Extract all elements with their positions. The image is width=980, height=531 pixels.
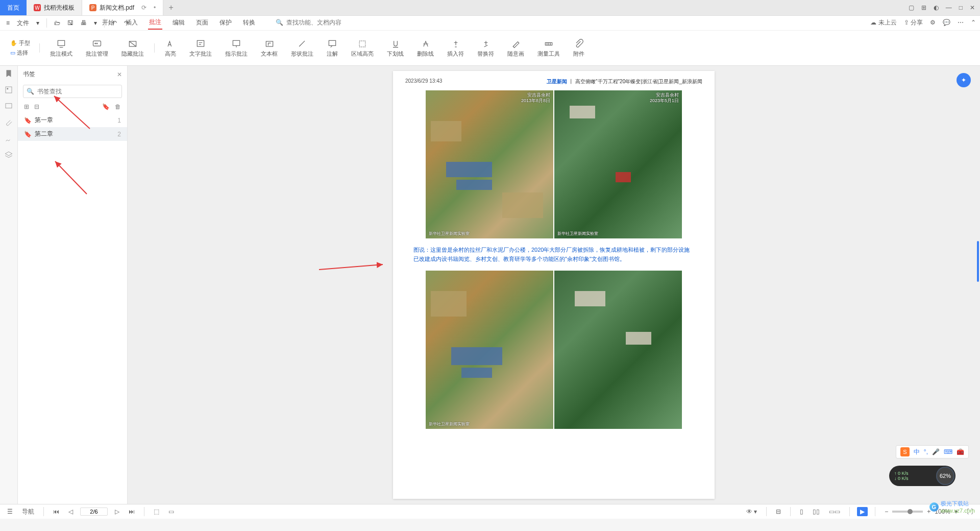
- last-page-button[interactable]: ⏭: [127, 508, 137, 515]
- attachments-tab-icon[interactable]: [4, 118, 13, 127]
- ribbon-tab-start[interactable]: 开始: [101, 16, 115, 29]
- tool-measure[interactable]: 测量工具: [532, 38, 565, 59]
- tool-insert-mark[interactable]: 插入符: [442, 38, 469, 59]
- document-viewer[interactable]: 2023/6/29 13:43 卫星新闻 丨 高空俯瞰"千万工程"20年蝶变|浙…: [128, 66, 980, 504]
- prev-page-button[interactable]: ◁: [66, 508, 75, 515]
- collapse-ribbon-icon[interactable]: ⌃: [971, 19, 976, 26]
- grid-icon[interactable]: ⊞: [921, 4, 926, 11]
- open-icon[interactable]: 🗁: [52, 18, 62, 28]
- reflow-icon[interactable]: ⊟: [774, 508, 783, 515]
- ime-punct-icon[interactable]: °,: [924, 448, 928, 455]
- nav-label[interactable]: 导航: [20, 508, 36, 516]
- ribbon-tab-insert[interactable]: 插入: [125, 16, 139, 29]
- tab-home[interactable]: 首页: [0, 0, 27, 15]
- tab-templates[interactable]: W找稻壳模板: [27, 0, 82, 15]
- ribbon-search-input[interactable]: [285, 18, 359, 27]
- network-widget[interactable]: ↑ 0 K/s ↓ 0 K/s 62%: [889, 466, 955, 486]
- tool-replace-mark[interactable]: 替换符: [472, 38, 499, 59]
- tool-highlight[interactable]: 高亮: [160, 38, 181, 59]
- ime-toolbar[interactable]: S 中 °, 🎤 ⌨ 🧰: [896, 445, 969, 458]
- new-tab-button[interactable]: +: [163, 3, 179, 12]
- first-page-button[interactable]: ⏮: [51, 508, 61, 515]
- save-icon[interactable]: 🖫: [65, 18, 76, 28]
- bookmark-panel: 书签✕ 🔍 ⊞ ⊟ 🔖 🗑 🔖第一章1 🔖第二章2: [18, 66, 128, 504]
- next-page-button[interactable]: ▷: [113, 508, 121, 515]
- close-window-button[interactable]: ✕: [970, 4, 975, 11]
- expand-all-icon[interactable]: ⊞: [24, 103, 29, 110]
- tool-shape-annotation[interactable]: 形状批注: [286, 38, 318, 59]
- single-page-icon[interactable]: ▯: [798, 508, 805, 515]
- bookmark-search[interactable]: 🔍: [23, 85, 122, 98]
- tool-area-highlight[interactable]: 区域高亮: [346, 38, 379, 59]
- outline-toggle-icon[interactable]: ☰: [5, 508, 15, 515]
- cloud-status[interactable]: ☁ 未上云: [870, 18, 896, 27]
- svg-rect-1: [93, 41, 101, 46]
- continuous-page-icon[interactable]: ▯▯: [811, 508, 822, 515]
- tool-comment[interactable]: 注解: [322, 38, 343, 59]
- satellite-image-before: 安吉县余村2013年8月8日 新华社卫星新闻实验室: [426, 90, 553, 238]
- play-icon[interactable]: ▶: [857, 507, 868, 516]
- tool-hide-annotations[interactable]: 隐藏批注: [116, 38, 149, 59]
- select-mode[interactable]: ▭ 选择: [10, 49, 28, 57]
- ime-keyboard-icon[interactable]: ⌨: [944, 448, 952, 455]
- ime-voice-icon[interactable]: 🎤: [932, 448, 940, 455]
- collapse-all-icon[interactable]: ⊟: [34, 103, 39, 110]
- ribbon-tab-protect[interactable]: 保护: [218, 16, 233, 29]
- file-menu-dropdown-icon[interactable]: ▾: [34, 18, 41, 28]
- ribbon-tab-edit[interactable]: 编辑: [172, 16, 186, 29]
- svg-rect-9: [359, 41, 365, 47]
- ribbon-tab-convert[interactable]: 转换: [242, 16, 256, 29]
- ime-lang[interactable]: 中: [914, 448, 920, 456]
- print-icon[interactable]: 🖶: [79, 18, 89, 28]
- hand-mode[interactable]: ✋ 手型: [10, 39, 30, 47]
- ai-assistant-button[interactable]: ✦: [957, 73, 971, 87]
- tool-attachment[interactable]: 附件: [568, 38, 590, 59]
- two-page-icon[interactable]: ▭▭: [827, 508, 842, 515]
- zoom-slider-thumb[interactable]: [908, 509, 913, 514]
- svg-rect-7: [266, 41, 273, 46]
- tool-textbox[interactable]: 文本框: [256, 38, 283, 59]
- eye-protect-icon[interactable]: 👁 ▾: [744, 508, 759, 515]
- tab-document[interactable]: P新闻文档.pdf⟳•: [82, 0, 163, 15]
- bookmark-tab-icon[interactable]: [4, 69, 13, 78]
- minimize-button[interactable]: —: [946, 4, 952, 11]
- share-button[interactable]: ⇪ 分享: [904, 18, 923, 27]
- hamburger-icon[interactable]: ≡: [4, 18, 12, 28]
- more-icon[interactable]: ⋯: [958, 19, 964, 26]
- tool-strikethrough[interactable]: 删除线: [412, 38, 439, 59]
- page-number-input[interactable]: [80, 508, 108, 516]
- signature-tab-icon[interactable]: [4, 134, 13, 143]
- ribbon-search[interactable]: 🔍: [276, 18, 359, 27]
- thumbnail-tab-icon[interactable]: [4, 85, 13, 94]
- bookmark-item[interactable]: 🔖第一章1: [18, 113, 127, 127]
- delete-bookmark-icon[interactable]: 🗑: [115, 103, 121, 110]
- settings-icon[interactable]: ⚙: [930, 19, 936, 26]
- tool-freehand[interactable]: 随意画: [502, 38, 529, 59]
- fit-page-icon[interactable]: ▭: [166, 508, 176, 515]
- watermark-logo-icon: G: [929, 502, 939, 512]
- ribbon-tab-annotate[interactable]: 批注: [148, 16, 162, 30]
- user-avatar[interactable]: ◐: [934, 4, 939, 11]
- tool-annotation-manage[interactable]: 批注管理: [81, 38, 113, 59]
- tab-status-icon[interactable]: ⟳: [141, 4, 146, 11]
- comments-tab-icon[interactable]: [4, 102, 13, 111]
- layers-tab-icon[interactable]: [4, 151, 13, 160]
- bookmark-search-input[interactable]: [36, 87, 118, 95]
- zoom-out-button[interactable]: −: [883, 508, 890, 515]
- file-menu[interactable]: 文件: [15, 18, 31, 29]
- maximize-button[interactable]: □: [959, 4, 963, 11]
- tool-annotation-mode[interactable]: 批注模式: [45, 38, 78, 59]
- layout-icon[interactable]: ▢: [909, 4, 914, 11]
- ime-tools-icon[interactable]: 🧰: [957, 448, 964, 455]
- scrollbar-thumb[interactable]: [977, 241, 979, 282]
- tool-pointer-annotation[interactable]: 指示批注: [220, 38, 253, 59]
- add-bookmark-icon[interactable]: 🔖: [102, 103, 110, 110]
- tab-close-icon[interactable]: •: [154, 4, 156, 11]
- ribbon-tab-page[interactable]: 页面: [195, 16, 209, 29]
- tool-text-annotation[interactable]: 文字批注: [184, 38, 217, 59]
- chat-icon[interactable]: 💬: [943, 19, 950, 26]
- panel-close-icon[interactable]: ✕: [117, 71, 122, 78]
- tool-underline[interactable]: 下划线: [382, 38, 409, 59]
- bookmark-item[interactable]: 🔖第二章2: [18, 127, 127, 141]
- fit-width-icon[interactable]: ⬚: [152, 508, 161, 515]
